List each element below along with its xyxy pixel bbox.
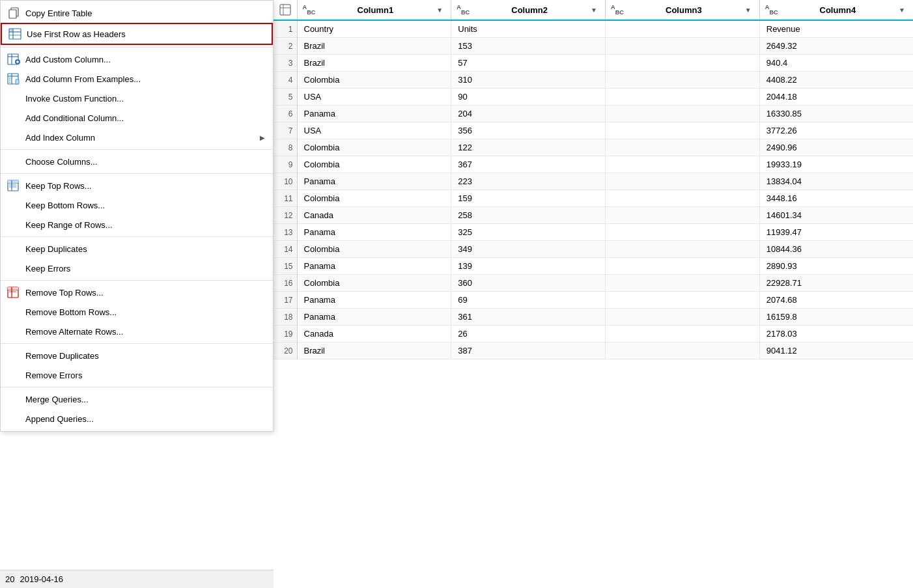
menu-item-keep-errors[interactable]: Keep Errors xyxy=(1,259,273,278)
menu-item-choose-cols[interactable]: Choose Columns... xyxy=(1,152,273,171)
menu-item-label: Remove Alternate Rows... xyxy=(25,327,265,337)
table-cell xyxy=(606,292,760,309)
menu-item-add-index-col[interactable]: Add Index Column▶ xyxy=(1,128,273,147)
table-cell: 14601.34 xyxy=(759,207,913,224)
row-number-cell: 9 xyxy=(274,156,297,173)
row-number-cell: 5 xyxy=(274,89,297,105)
menu-separator xyxy=(1,47,273,48)
table-cell: Panama xyxy=(297,224,451,241)
svg-rect-22 xyxy=(8,180,18,183)
menu-item-remove-bottom-rows[interactable]: Remove Bottom Rows... xyxy=(1,302,273,322)
column-header-col3: ABCColumn3▼ xyxy=(606,0,760,20)
table-cell: 153 xyxy=(451,38,606,55)
table-cell: 2490.96 xyxy=(759,139,913,156)
data-table: ABCColumn1▼ABCColumn2▼ABCColumn3▼ABCColu… xyxy=(274,0,913,359)
menu-item-merge-queries[interactable]: Merge Queries... xyxy=(1,389,273,409)
col-dropdown-col2[interactable]: ▼ xyxy=(588,5,600,15)
table-cell: 349 xyxy=(451,241,606,258)
table-cell xyxy=(606,258,760,275)
no-icon xyxy=(6,199,21,212)
row-number-cell: 10 xyxy=(274,173,297,190)
table-cell: 2890.93 xyxy=(759,258,913,275)
table-area: ABCColumn1▼ABCColumn2▼ABCColumn3▼ABCColu… xyxy=(274,0,913,588)
table-cell: Revenue xyxy=(759,20,913,38)
submenu-arrow: ▶ xyxy=(260,134,265,141)
menu-item-remove-duplicates[interactable]: Remove Duplicates xyxy=(1,346,273,365)
table-cell: Country xyxy=(297,20,451,38)
table-cell xyxy=(606,55,760,72)
menu-separator xyxy=(1,343,273,344)
no-icon xyxy=(6,369,21,382)
table-row: 4Colombia3104408.22 xyxy=(274,72,913,89)
table-cell xyxy=(606,241,760,258)
menu-item-keep-duplicates[interactable]: Keep Duplicates xyxy=(1,239,273,259)
col-type-col3: ABC xyxy=(611,4,624,16)
table-cell xyxy=(606,156,760,173)
table-cell: Panama xyxy=(297,258,451,275)
table-cell: 3448.16 xyxy=(759,190,913,207)
menu-item-label: Remove Errors xyxy=(25,371,265,380)
menu-item-use-first-row[interactable]: Use First Row as Headers xyxy=(1,23,273,45)
table-row: 3Brazil57940.4 xyxy=(274,55,913,72)
menu-item-add-conditional-col[interactable]: Add Conditional Column... xyxy=(1,108,273,128)
table-cell: Panama xyxy=(297,309,451,326)
menu-item-add-col-examples[interactable]: Add Column From Examples... xyxy=(1,69,273,89)
row-number-cell: 20 xyxy=(274,343,297,359)
table-row: 17Panama692074.68 xyxy=(274,292,913,309)
table-row: 20Brazil3879041.12 xyxy=(274,343,913,359)
row-number-cell: 4 xyxy=(274,72,297,89)
svg-rect-19 xyxy=(16,79,19,84)
menu-separator xyxy=(1,387,273,387)
no-icon xyxy=(6,242,21,255)
table-cell xyxy=(606,207,760,224)
menu-item-label: Merge Queries... xyxy=(25,395,265,404)
menu-item-keep-range-rows[interactable]: Keep Range of Rows... xyxy=(1,215,273,234)
table-cell xyxy=(606,326,760,343)
table-cell: 2649.32 xyxy=(759,38,913,55)
menu-item-remove-top-rows[interactable]: Remove Top Rows... xyxy=(1,283,273,302)
menu-item-keep-top-rows[interactable]: Keep Top Rows... xyxy=(1,176,273,195)
menu-item-invoke-custom-fn[interactable]: Invoke Custom Function... xyxy=(1,89,273,108)
svg-rect-1 xyxy=(9,10,16,18)
table-cell: Colombia xyxy=(297,275,451,292)
menu-item-keep-bottom-rows[interactable]: Keep Bottom Rows... xyxy=(1,195,273,215)
table-row: 15Panama1392890.93 xyxy=(274,258,913,275)
table-cell: 10844.36 xyxy=(759,241,913,258)
col-dropdown-col3[interactable]: ▼ xyxy=(742,5,754,15)
col-label-col2: Column2 xyxy=(471,5,588,15)
menu-item-remove-alternate-rows[interactable]: Remove Alternate Rows... xyxy=(1,322,273,341)
menu-item-copy-table[interactable]: Copy Entire Table xyxy=(1,3,273,23)
table-cell: Brazil xyxy=(297,38,451,55)
menu-item-label: Use First Row as Headers xyxy=(27,29,264,39)
table-header-row: ABCColumn1▼ABCColumn2▼ABCColumn3▼ABCColu… xyxy=(274,0,913,20)
col-type-col4: ABC xyxy=(765,4,778,16)
table-cell: Brazil xyxy=(297,343,451,359)
row-number-cell: 13 xyxy=(274,224,297,241)
menu-item-add-custom-col[interactable]: Add Custom Column... xyxy=(1,49,273,69)
menu-separator xyxy=(1,149,273,150)
table-cell: 325 xyxy=(451,224,606,241)
menu-item-label: Invoke Custom Function... xyxy=(25,94,265,104)
table-cell: Canada xyxy=(297,207,451,224)
table-cell: 16159.8 xyxy=(759,309,913,326)
col-dropdown-col4[interactable]: ▼ xyxy=(896,5,908,15)
col-label-col4: Column4 xyxy=(780,5,896,15)
svg-rect-5 xyxy=(9,29,13,32)
row-number-cell: 1 xyxy=(274,20,297,38)
table-cell: Panama xyxy=(297,292,451,309)
table-cell: 258 xyxy=(451,207,606,224)
menu-separator xyxy=(1,236,273,237)
table-cell xyxy=(606,72,760,89)
table-cell: 940.4 xyxy=(759,55,913,72)
table-row: 18Panama36116159.8 xyxy=(274,309,913,326)
table-cell: 139 xyxy=(451,258,606,275)
menu-item-remove-errors[interactable]: Remove Errors xyxy=(1,365,273,385)
table-cell: 2178.03 xyxy=(759,326,913,343)
table-cell: 69 xyxy=(451,292,606,309)
menu-item-label: Keep Errors xyxy=(25,264,265,273)
menu-item-append-queries[interactable]: Append Queries... xyxy=(1,409,273,428)
table-cell: Brazil xyxy=(297,55,451,72)
col-dropdown-col1[interactable]: ▼ xyxy=(434,5,445,15)
menu-item-label: Keep Range of Rows... xyxy=(25,220,265,230)
copy-icon xyxy=(6,7,21,20)
